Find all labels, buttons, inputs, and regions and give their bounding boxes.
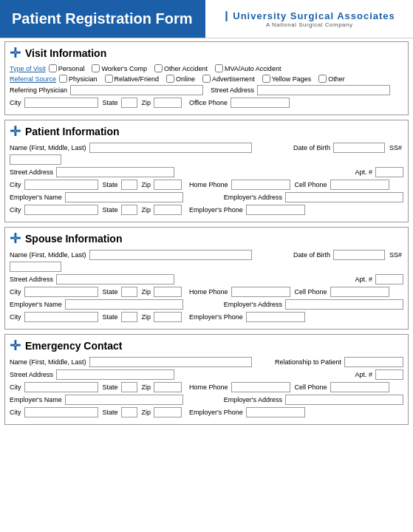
emergency-street-input[interactable] <box>56 369 174 380</box>
referral-other-group: Other <box>318 75 345 83</box>
spouse-zip-label: Zip <box>142 288 151 296</box>
emergency-title: Emergency Contact <box>25 340 122 352</box>
patient-name-input[interactable] <box>89 143 252 153</box>
emergency-employer-state-input[interactable] <box>121 407 137 417</box>
patient-street-input[interactable] <box>56 167 174 177</box>
visit-state-input[interactable] <box>121 98 137 108</box>
spouse-employer-state-input[interactable] <box>121 312 137 322</box>
emergency-employer-name-input[interactable] <box>65 395 183 405</box>
patient-employer-address-input[interactable] <box>285 192 403 202</box>
spouse-city-input[interactable] <box>24 287 98 297</box>
spouse-employer-row: Employer's Name Employer's Address <box>10 299 403 310</box>
visit-city-input[interactable] <box>24 98 98 108</box>
visit-state-label: State <box>103 99 118 106</box>
patient-name-row: Name (First, Middle, Last) Date of Birth… <box>10 143 403 165</box>
patient-cell-phone-input[interactable] <box>330 180 389 190</box>
emergency-relationship-input[interactable] <box>344 357 403 367</box>
patient-employer-zip-label: Zip <box>142 206 151 214</box>
spouse-name-label: Name (First, Middle, Last) <box>10 251 86 259</box>
emergency-city-row: City State Zip Home Phone Cell Phone <box>10 382 403 392</box>
patient-dob-input[interactable] <box>333 143 385 153</box>
spouse-state-input[interactable] <box>121 287 137 297</box>
spouse-home-phone-label: Home Phone <box>189 288 228 296</box>
visit-personal-checkbox[interactable] <box>49 64 57 72</box>
referral-physician-group: Physician <box>59 75 98 83</box>
patient-zip-input[interactable] <box>154 180 182 190</box>
referring-physician-input[interactable] <box>70 85 203 95</box>
visit-workers-comp-checkbox[interactable] <box>92 64 100 72</box>
emergency-name-input[interactable] <box>89 357 252 367</box>
spouse-dob-input[interactable] <box>333 250 385 260</box>
spouse-street-input[interactable] <box>56 274 174 284</box>
referral-advertisement-checkbox[interactable] <box>202 75 211 83</box>
emergency-employer-state-label: State <box>103 409 118 416</box>
referral-relative-group: Relative/Friend <box>105 75 160 83</box>
visit-city-label: City <box>10 99 21 106</box>
spouse-home-phone-input[interactable] <box>231 287 290 297</box>
spouse-cell-phone-label: Cell Phone <box>295 288 327 296</box>
patient-employer-zip-input[interactable] <box>154 205 182 215</box>
emergency-state-input[interactable] <box>121 382 137 392</box>
logo-area: ┃ University Surgical Associates A Natio… <box>204 0 413 38</box>
emergency-cross-icon: ✛ <box>10 338 21 354</box>
patient-zip-label: Zip <box>142 181 151 188</box>
visit-mva-group: MVA/Auto Accident <box>215 64 281 72</box>
referral-physician-checkbox[interactable] <box>59 75 67 83</box>
patient-home-phone-label: Home Phone <box>189 181 228 188</box>
emergency-zip-input[interactable] <box>154 382 182 392</box>
referral-other-label: Other <box>328 75 345 83</box>
patient-state-input[interactable] <box>121 180 137 190</box>
visit-other-accident-checkbox[interactable] <box>154 64 163 72</box>
referral-source-label[interactable]: Referral Source <box>10 75 56 83</box>
patient-home-phone-input[interactable] <box>231 180 290 190</box>
spouse-dob-label: Date of Birth <box>293 251 330 259</box>
emergency-employer-city-row: City State Zip Employer's Phone <box>10 407 403 417</box>
emergency-street-label: Street Address <box>10 371 53 378</box>
patient-section: ✛ Patient Information Name (First, Middl… <box>4 120 409 222</box>
emergency-employer-phone-input[interactable] <box>246 407 305 417</box>
emergency-employer-address-input[interactable] <box>285 395 403 405</box>
patient-apt-input[interactable] <box>375 167 403 177</box>
spouse-ssn-input[interactable] <box>10 262 61 272</box>
visit-personal-group: Personal <box>49 64 85 72</box>
patient-employer-name-input[interactable] <box>65 192 183 202</box>
emergency-employer-zip-input[interactable] <box>154 407 182 417</box>
spouse-employer-address-input[interactable] <box>285 299 403 310</box>
spouse-name-input[interactable] <box>89 250 252 260</box>
spouse-apt-label: Apt. # <box>355 276 372 283</box>
patient-employer-phone-input[interactable] <box>246 205 305 215</box>
referral-yellowpages-checkbox[interactable] <box>262 75 270 83</box>
patient-dob-label: Date of Birth <box>293 144 330 151</box>
referral-other-checkbox[interactable] <box>318 75 327 83</box>
spouse-employer-zip-input[interactable] <box>154 312 182 322</box>
emergency-city-input[interactable] <box>24 382 98 392</box>
spouse-cell-phone-input[interactable] <box>330 287 389 297</box>
emergency-apt-input[interactable] <box>375 369 403 380</box>
visit-office-phone-input[interactable] <box>231 98 290 108</box>
emergency-zip-label: Zip <box>142 383 151 391</box>
patient-employer-state-input[interactable] <box>121 205 137 215</box>
referral-relative-checkbox[interactable] <box>105 75 113 83</box>
emergency-home-phone-input[interactable] <box>231 382 290 392</box>
emergency-employer-zip-label: Zip <box>142 409 151 416</box>
emergency-home-phone-label: Home Phone <box>189 383 228 391</box>
spouse-ssn-label: SS# <box>389 251 402 259</box>
emergency-employer-city-input[interactable] <box>24 407 98 417</box>
spouse-employer-phone-input[interactable] <box>246 312 305 322</box>
spouse-apt-input[interactable] <box>375 274 403 284</box>
patient-city-input[interactable] <box>24 180 98 190</box>
patient-employer-city-input[interactable] <box>24 205 98 215</box>
visit-mva-checkbox[interactable] <box>215 64 223 72</box>
street-address-input[interactable] <box>257 85 390 95</box>
spouse-zip-input[interactable] <box>154 287 182 297</box>
visit-zip-input[interactable] <box>154 98 182 108</box>
referral-online-checkbox[interactable] <box>166 75 174 83</box>
emergency-cell-phone-input[interactable] <box>330 382 389 392</box>
spouse-employer-name-input[interactable] <box>65 299 183 310</box>
type-of-visit-label[interactable]: Type of Visit <box>10 65 46 72</box>
patient-state-label: State <box>103 181 118 188</box>
spouse-employer-city-input[interactable] <box>24 312 98 322</box>
patient-employer-address-label: Employer's Address <box>224 194 282 201</box>
patient-ssn-input[interactable] <box>10 154 61 165</box>
emergency-name-row: Name (First, Middle, Last) Relationship … <box>10 357 403 367</box>
